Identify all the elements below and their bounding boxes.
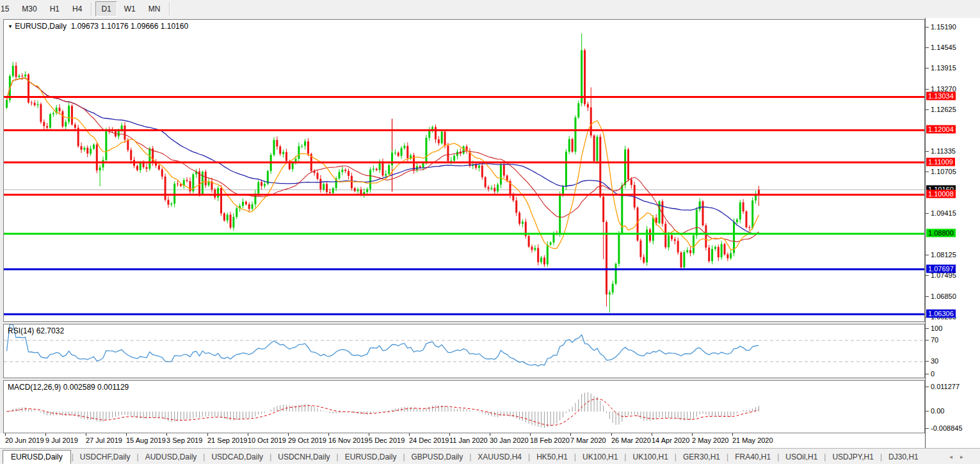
candle-body bbox=[572, 139, 574, 152]
candle-body bbox=[401, 148, 403, 156]
timeframe-d1-button[interactable]: D1 bbox=[95, 1, 116, 17]
date-tick-mark bbox=[732, 433, 733, 436]
chart-tab-hk50-h1[interactable]: HK50,H1 bbox=[531, 451, 574, 463]
chart-tab-gbpusd-daily[interactable]: GBPUSD,Daily bbox=[406, 451, 469, 463]
candle-body bbox=[28, 74, 29, 102]
candle-body bbox=[136, 166, 138, 170]
date-label: 26 Mar 2020 bbox=[611, 436, 651, 444]
candle-body bbox=[500, 165, 502, 185]
candle-body bbox=[649, 230, 651, 241]
candle-body bbox=[438, 140, 440, 143]
timeframe-m30-button[interactable]: M30 bbox=[16, 1, 42, 17]
chart-tab-usdjpy-h1[interactable]: USDJPY,H1 bbox=[826, 451, 879, 463]
price-axis[interactable]: 1.151901.145451.139151.132701.126251.113… bbox=[925, 18, 980, 448]
candle-body bbox=[59, 108, 61, 111]
price-level-chip: 1.07697 bbox=[926, 265, 956, 273]
timeframe-mn-button[interactable]: MN bbox=[143, 1, 166, 17]
chart-symbol: EURUSD,Daily bbox=[15, 22, 67, 31]
candle-body bbox=[581, 50, 582, 103]
candle-body bbox=[351, 176, 353, 188]
candle-body bbox=[242, 202, 244, 206]
price-tick-label: 1.12625 bbox=[931, 106, 956, 113]
price-tick-label: 1.08125 bbox=[931, 251, 956, 259]
chart-tab-uk100-h1[interactable]: UK100,H1 bbox=[627, 451, 673, 463]
date-tick-mark bbox=[369, 433, 369, 436]
chart-tab-ger30-h1[interactable]: GER30,H1 bbox=[677, 451, 726, 463]
chart-tab-bar: EURUSD,Daily|USDCHF,Daily|AUDUSD,Daily|U… bbox=[0, 448, 980, 464]
price-tick-label: 1.09415 bbox=[931, 209, 956, 217]
candle-body bbox=[624, 149, 626, 185]
date-tick-mark bbox=[5, 433, 6, 436]
rsi-indicator-pane[interactable]: RSI(14) 62.7032 bbox=[3, 324, 925, 378]
timeframe-w1-button[interactable]: W1 bbox=[118, 1, 141, 17]
candle-body bbox=[671, 236, 673, 239]
candle-body bbox=[49, 114, 51, 127]
candle-body bbox=[149, 148, 150, 169]
chart-tab-usdcnh-daily[interactable]: USDCNH,Daily bbox=[272, 451, 335, 463]
candle-body bbox=[292, 163, 294, 170]
candle-body bbox=[727, 255, 728, 259]
chart-tab-eurusd-daily[interactable]: EURUSD,Daily bbox=[3, 450, 71, 464]
candle-body bbox=[531, 246, 533, 250]
tab-scroll-right-icon[interactable]: ▸ bbox=[960, 453, 971, 460]
candle-body bbox=[428, 131, 430, 138]
price-level-chip: 1.13034 bbox=[926, 92, 956, 100]
chart-tab-usdchf-daily[interactable]: USDCHF,Daily bbox=[74, 451, 136, 463]
candle-body bbox=[230, 214, 232, 227]
candle-body bbox=[43, 122, 45, 127]
candle-body bbox=[282, 152, 284, 154]
candle-body bbox=[394, 152, 396, 153]
chart-tab-usoil-h1[interactable]: USOil,H1 bbox=[780, 451, 823, 463]
price-tick-mark bbox=[926, 151, 929, 152]
chart-tab-fra40-h1[interactable]: FRA40,H1 bbox=[729, 451, 776, 463]
price-tick-mark bbox=[926, 340, 929, 340]
timeframe-h4-button[interactable]: H4 bbox=[67, 1, 88, 17]
candle-body bbox=[708, 248, 710, 261]
candle-body bbox=[158, 166, 160, 170]
candle-body bbox=[503, 165, 505, 176]
chart-tab-dj30-h1[interactable]: DJ30,H1 bbox=[883, 451, 924, 463]
chart-title[interactable]: ▼ EURUSD,Daily 1.09673 1.10176 1.09666 1… bbox=[8, 22, 188, 31]
price-tick-label: 1.06850 bbox=[931, 292, 956, 300]
candle-body bbox=[276, 140, 278, 147]
candle-body bbox=[497, 184, 499, 191]
candle-body bbox=[341, 170, 343, 172]
price-tick-mark bbox=[926, 109, 929, 110]
timeframe-h1-button[interactable]: H1 bbox=[44, 1, 65, 17]
price-tick-label: 1.10705 bbox=[931, 168, 956, 175]
candle-body bbox=[338, 172, 340, 179]
chart-tab-eurusd-daily[interactable]: EURUSD,Daily bbox=[339, 451, 403, 463]
date-label: 9 Jul 2019 bbox=[45, 436, 78, 444]
candle-body bbox=[745, 211, 747, 227]
price-tick-label: 30 bbox=[931, 357, 938, 365]
chart-tab-uk100-h1[interactable]: UK100,H1 bbox=[577, 451, 623, 463]
candle-body bbox=[718, 247, 719, 257]
trading-terminal: 15 M30 H1 H4 D1 W1 MN ▼ EURUSD,Daily 1.0… bbox=[0, 0, 980, 464]
timeframe-toolbar: 15 M30 H1 H4 D1 W1 MN bbox=[0, 0, 980, 19]
chart-tab-audusd-daily[interactable]: AUDUSD,Daily bbox=[140, 451, 203, 463]
candle-body bbox=[52, 113, 54, 115]
main-chart-pane[interactable]: ▼ EURUSD,Daily 1.09673 1.10176 1.09666 1… bbox=[3, 19, 925, 322]
candle-body bbox=[488, 187, 490, 189]
candle-body bbox=[273, 140, 275, 155]
macd-indicator-pane[interactable]: MACD(12,26,9) 0.002589 0.001129 bbox=[3, 380, 925, 433]
tab-scroll-left-icon[interactable]: ◂ bbox=[949, 453, 960, 460]
price-tick-label: 1.15190 bbox=[931, 23, 956, 31]
candle-body bbox=[736, 220, 738, 222]
candle-body bbox=[12, 66, 14, 76]
candle-body bbox=[223, 213, 225, 220]
candle-body bbox=[118, 131, 120, 136]
date-label: 16 Nov 2019 bbox=[328, 436, 368, 444]
timeframe-m15-button[interactable]: 15 bbox=[0, 1, 15, 17]
chart-tabs: EURUSD,Daily|USDCHF,Daily|AUDUSD,Daily|U… bbox=[0, 450, 924, 464]
chart-tab-usdcad-daily[interactable]: USDCAD,Daily bbox=[205, 451, 269, 463]
price-tick-mark bbox=[926, 47, 929, 48]
candle-body bbox=[705, 225, 707, 248]
price-tick-mark bbox=[926, 27, 929, 28]
candle-body bbox=[86, 148, 88, 154]
price-tick-mark bbox=[926, 361, 929, 362]
candle-body bbox=[565, 152, 567, 187]
chart-tab-xauusd-h4[interactable]: XAUUSD,H4 bbox=[472, 451, 527, 463]
date-axis[interactable]: 20 Jun 20199 Jul 201927 Jul 201915 Aug 2… bbox=[0, 433, 925, 448]
symbol-dropdown-icon[interactable]: ▼ bbox=[8, 24, 13, 29]
